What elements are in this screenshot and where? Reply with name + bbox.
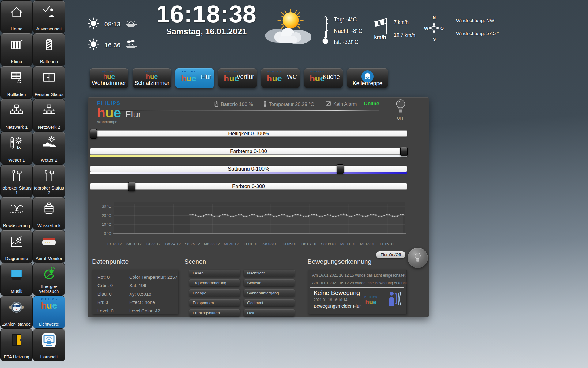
- sidebar-item-wetter-1[interactable]: lxWetter 1: [1, 132, 32, 164]
- tab-wohnzimmer[interactable]: PHILIPShueWohnzimmer: [90, 68, 128, 88]
- sidebar-item-label: Anwesenheit: [33, 26, 65, 31]
- sidebar: HomeAnwesenheitKlimaBatterienRollladenFe…: [0, 0, 67, 362]
- slider-saettigung[interactable]: Sättigung 0-100%: [90, 166, 407, 172]
- flur-bulb-button[interactable]: [408, 248, 428, 268]
- scene-button-schleife[interactable]: Schleife: [244, 279, 295, 286]
- tab-schlafzimmer[interactable]: PHILIPShueSchlafzimmer: [133, 68, 171, 88]
- sidebar-item-haushalt[interactable]: Haushalt: [33, 329, 65, 361]
- slider-handle[interactable]: [337, 164, 344, 174]
- divider: [120, 110, 379, 111]
- slider-handle[interactable]: [90, 129, 97, 139]
- svg-text:30 °C: 30 °C: [102, 204, 111, 209]
- gradient-strip: [90, 190, 407, 192]
- philips-logo: PHILIPS: [220, 70, 243, 73]
- datapoint-value: Level: 0: [97, 307, 114, 315]
- sidebar-item-bewaesserung[interactable]: Bewässerung: [1, 197, 32, 230]
- flur-onoff-button[interactable]: Flur On/Off: [376, 251, 405, 258]
- datapoint-value: Rot: 0: [97, 273, 114, 281]
- sidebar-item-lichtwerte[interactable]: PHILIPShueLichtwerte: [33, 296, 65, 328]
- sidebar-item-anruf-monitor[interactable]: Anruf Monitor: [33, 230, 65, 263]
- scene-button-gedimmt[interactable]: Gedimmt: [244, 299, 295, 306]
- scene-button-hell[interactable]: Hell: [244, 309, 295, 316]
- svg-text:Fr 15.01.: Fr 15.01.: [380, 242, 395, 246]
- sidebar-item-eta-heizung[interactable]: ETA Heizung: [1, 329, 32, 361]
- slider-helligkeit[interactable]: Helligkeit 0-100%: [90, 130, 407, 137]
- scene-button-nachtlicht[interactable]: Nachtlicht: [244, 270, 295, 277]
- sunset-icon: [125, 40, 137, 50]
- svg-text:Sa 26.12.: Sa 26.12.: [185, 242, 201, 246]
- sidebar-item-musik[interactable]: Musik: [1, 263, 32, 295]
- svg-text:Di 22.12.: Di 22.12.: [146, 242, 162, 246]
- weather1-icon: lx: [1, 134, 32, 152]
- sidebar-item-zaehler-staende[interactable]: Zähler- stände: [1, 296, 32, 328]
- battery-icon: [214, 101, 218, 108]
- sidebar-item-label: Netzwerk 1: [1, 125, 32, 130]
- slider-farbtemp[interactable]: Farbtemp 0-100: [90, 148, 407, 155]
- slider-farbton[interactable]: Farbton 0-300: [90, 183, 407, 190]
- battery-icon: [33, 36, 65, 54]
- irrigation-icon: [1, 200, 32, 218]
- sidebar-item-label: Wetter 2: [33, 158, 65, 163]
- scene-button-tropendaemmerung[interactable]: Tropendämmerung: [189, 279, 240, 286]
- checkbox-icon: [326, 101, 331, 107]
- sidebar-item-home[interactable]: Home: [1, 1, 32, 33]
- scene-button-sonnenuntergang[interactable]: Sonnenuntergang: [244, 289, 295, 297]
- panel-device-name: Wandlampe: [97, 120, 141, 124]
- svg-text:Di 05.01.: Di 05.01.: [282, 242, 298, 246]
- sun-icon: [87, 17, 100, 32]
- sidebar-item-iobroker-status-1[interactable]: iobroker Status 1: [1, 165, 32, 197]
- motion-log-box: Am 16.01.2021 16:12:15 wurde das Licht e…: [308, 270, 407, 314]
- tab-vorflur[interactable]: PHILIPShueVorflur: [218, 68, 257, 88]
- sidebar-item-iobroker-status-2[interactable]: iobroker Status 2: [33, 165, 65, 197]
- slider-label: Farbton 0-300: [90, 183, 407, 190]
- date: Samstag, 16.01.2021: [150, 27, 263, 36]
- compass-star-icon: [428, 22, 440, 34]
- sidebar-item-rollladen[interactable]: Rollladen: [1, 66, 32, 98]
- philips-logo: PHILIPS: [177, 70, 201, 73]
- sidebar-item-label: Home: [1, 26, 32, 31]
- sidebar-item-klima[interactable]: Klima: [1, 33, 32, 66]
- scene-button-lesen[interactable]: Lesen: [189, 270, 240, 277]
- eta-icon: [1, 331, 32, 349]
- scene-button-fruehlingsblueten[interactable]: Frühlingsblüten: [189, 309, 240, 316]
- tab-kellertreppe[interactable]: Kellertreppe: [347, 68, 388, 88]
- window-icon: [33, 69, 65, 86]
- sidebar-item-batterien[interactable]: Batterien: [33, 33, 65, 66]
- panel-brand: PHILIPS hue Flur Wandlampe: [97, 100, 141, 124]
- sidebar-item-label: Lichtwerte: [33, 322, 65, 327]
- tab-flur[interactable]: PHILIPShueFlur: [175, 68, 214, 88]
- slider-handle[interactable]: [400, 147, 408, 156]
- tab-kueche[interactable]: PHILIPShueKüche: [304, 68, 343, 88]
- sidebar-item-wetter-2[interactable]: Wetter 2: [33, 132, 65, 164]
- datapoint-value: Bri: 0: [97, 298, 114, 306]
- sidebar-item-anwesenheit[interactable]: Anwesenheit: [33, 1, 65, 33]
- tab-label: Wohnzimmer: [90, 80, 128, 86]
- tab-label: Flur: [201, 73, 211, 80]
- clock-block: 16:18:38 Samstag, 16.01.2021: [150, 1, 263, 36]
- svg-text:lx: lx: [17, 145, 21, 150]
- tools-icon: [33, 167, 65, 185]
- household-icon: [33, 331, 65, 349]
- slider-label: Sättigung 0-100%: [90, 166, 407, 172]
- sidebar-item-netzwerk-1[interactable]: Netzwerk 1: [1, 99, 32, 131]
- energy-icon: [33, 266, 65, 283]
- room-tabs: PHILIPShueWohnzimmerPHILIPShueSchlafzimm…: [90, 68, 388, 88]
- sidebar-item-wassertank[interactable]: Wassertank: [33, 197, 65, 230]
- scene-button-entspannen[interactable]: Entspannen: [189, 299, 240, 306]
- slider-handle[interactable]: [128, 182, 135, 191]
- sidebar-item-fenster-status[interactable]: Fenster Status: [33, 66, 65, 98]
- tab-wc[interactable]: PHILIPShueWC: [261, 68, 300, 88]
- clock: 16:18:38: [150, 1, 263, 27]
- sidebar-item-netzwerk-2[interactable]: Netzwerk 2: [33, 99, 65, 131]
- scene-button-energie[interactable]: Energie: [189, 289, 240, 297]
- wind-speed-2: 10.7 km/h: [394, 29, 415, 42]
- wind-speed-1: 7 km/h: [394, 16, 415, 29]
- sidebar-item-diagramme[interactable]: Diagramme: [1, 230, 32, 263]
- sidebar-item-energie-verbrauch[interactable]: Energie-verbrauch: [33, 263, 65, 295]
- temperature-chart: 0 °C10 °C20 °C30 °CFr 18.12.So 20.12.Di …: [90, 196, 409, 249]
- windsock-icon: [372, 17, 390, 36]
- slider-label: Farbtemp 0-100: [90, 148, 407, 155]
- sidebar-item-label: Wassertank: [33, 223, 65, 228]
- bulb-toggle[interactable]: OFF: [391, 98, 410, 121]
- compass-w: W: [424, 26, 428, 31]
